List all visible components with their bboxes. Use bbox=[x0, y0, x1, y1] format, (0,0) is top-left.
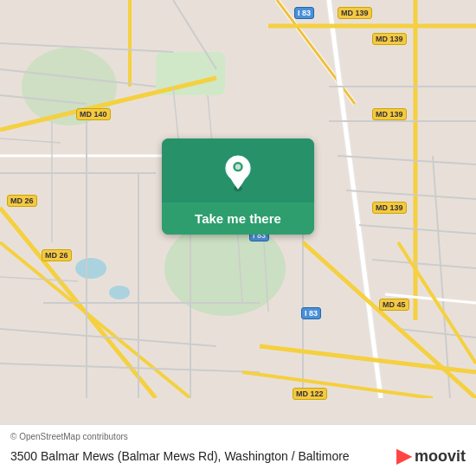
svg-point-4 bbox=[75, 258, 106, 279]
address-line: 3500 Balmar Mews (Balmar Mews Rd), Washi… bbox=[10, 445, 466, 467]
svg-point-53 bbox=[235, 164, 241, 170]
label-md139-mid: MD 139 bbox=[372, 108, 407, 120]
label-i83-top: I 83 bbox=[294, 7, 314, 19]
map-background: I 83 MD 139 MD 139 MD 139 MD 139 MD 140 … bbox=[0, 0, 476, 476]
svg-point-5 bbox=[109, 286, 130, 299]
label-md139-mid2: MD 139 bbox=[372, 202, 407, 214]
copyright-text: © OpenStreetMap contributors bbox=[10, 432, 466, 441]
label-md26-2: MD 26 bbox=[42, 249, 72, 261]
take-me-there-button[interactable]: Take me there bbox=[162, 138, 314, 235]
label-md139-top: MD 139 bbox=[338, 7, 372, 19]
label-md140: MD 140 bbox=[76, 108, 111, 120]
label-md139-tr: MD 139 bbox=[372, 33, 407, 45]
moovit-logo: ▶ moovit bbox=[396, 445, 466, 467]
label-md26-1: MD 26 bbox=[7, 195, 37, 207]
button-icon-area bbox=[162, 138, 314, 203]
label-md45: MD 45 bbox=[379, 299, 409, 311]
label-md122: MD 122 bbox=[293, 388, 327, 400]
map-container: I 83 MD 139 MD 139 MD 139 MD 139 MD 140 … bbox=[0, 0, 476, 476]
label-i83-mid2: I 83 bbox=[301, 307, 321, 319]
address-text: 3500 Balmar Mews (Balmar Mews Rd), Washi… bbox=[10, 449, 396, 463]
moovit-icon: ▶ bbox=[396, 445, 411, 467]
info-bar: © OpenStreetMap contributors 3500 Balmar… bbox=[0, 424, 476, 476]
button-label: Take me there bbox=[162, 203, 314, 235]
location-pin-icon bbox=[219, 154, 257, 192]
moovit-text: moovit bbox=[415, 447, 466, 466]
